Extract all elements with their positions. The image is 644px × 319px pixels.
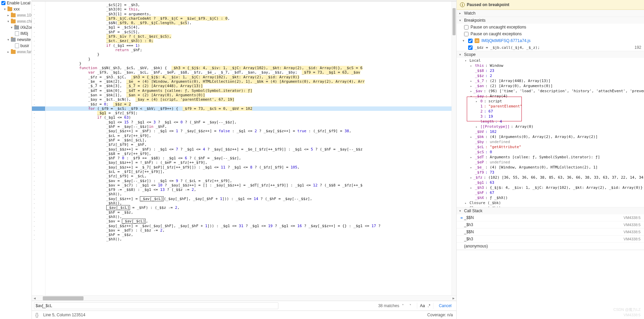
breakpoint-gutter-row[interactable]: - bbox=[33, 187, 36, 192]
breakpoint-gutter-row[interactable]: - bbox=[33, 12, 36, 16]
scope-variable-row[interactable]: ▸_$h3: {_$j$: 4, _$iv: 1, _$jC: Array(10… bbox=[457, 185, 644, 190]
code-editor[interactable]: ----------------------------------------… bbox=[32, 1, 456, 295]
breakpoint-gutter-row[interactable]: - bbox=[33, 48, 36, 52]
scope-header[interactable]: ▾Scope bbox=[457, 51, 644, 58]
horizontal-scrollbar[interactable]: ◀ ▶ bbox=[32, 295, 456, 301]
breakpoint-gutter-row[interactable]: - bbox=[33, 16, 36, 21]
breakpoint-gutter-row[interactable]: - bbox=[33, 156, 36, 160]
scope-variable-row[interactable]: _$f9: 73 bbox=[457, 170, 644, 175]
breakpoint-gutter-row[interactable]: - bbox=[33, 174, 36, 178]
breakpoint-file-row[interactable]: ▾JSIM0jQktM6FSQ.6771a74.js bbox=[457, 37, 644, 44]
breakpoint-gutter-row[interactable]: - bbox=[33, 102, 36, 106]
scope-variable-row[interactable]: _$eP: undefined bbox=[457, 160, 644, 165]
breakpoint-gutter-row[interactable]: - bbox=[33, 111, 36, 115]
callstack-frame[interactable]: _$$NVM4338:5 bbox=[457, 228, 644, 236]
breakpoint-gutter-row[interactable]: - bbox=[33, 115, 36, 120]
scope-variable-row[interactable]: _$hX: ƒ _$hX() bbox=[457, 195, 644, 200]
scope-variable-row[interactable]: _$$8: 23 bbox=[457, 68, 644, 73]
scroll-thumb[interactable] bbox=[453, 8, 456, 35]
breakpoint-gutter-row[interactable]: - bbox=[33, 160, 36, 165]
breakpoint-gutter-row[interactable]: - bbox=[33, 124, 36, 129]
scope-variable-row[interactable]: length: 4 bbox=[457, 119, 644, 124]
breakpoint-gutter-row[interactable]: - bbox=[33, 43, 36, 48]
braces-icon[interactable]: {} bbox=[35, 312, 38, 318]
breakpoint-gutter-row[interactable]: - bbox=[33, 170, 36, 174]
breakpoint-gutter-row[interactable]: - bbox=[33, 210, 36, 215]
breakpoint-gutter-row[interactable]: - bbox=[33, 88, 36, 93]
tree-item[interactable]: ▸www.100 bbox=[0, 12, 32, 18]
breakpoint-gutter-row[interactable]: - bbox=[33, 61, 36, 66]
scope-variable-row[interactable]: ▸_$e_: (4) [Window, Arguments(0), HTMLCo… bbox=[457, 165, 644, 170]
watch-header[interactable]: ▸Watch bbox=[457, 10, 644, 17]
breakpoint-gutter-row[interactable]: - bbox=[33, 57, 36, 61]
breakpoint-gutter-row[interactable]: - bbox=[33, 34, 36, 39]
breakpoint-gutter-row[interactable]: - bbox=[33, 75, 36, 79]
scope-variable-row[interactable]: ▸[[Prototype]]: Array(0) bbox=[457, 124, 644, 129]
scope-variable-row[interactable]: ▸0: script bbox=[457, 99, 644, 104]
scroll-right-arrow[interactable]: ▶ bbox=[451, 296, 456, 301]
regex-toggle[interactable]: .* bbox=[428, 303, 430, 308]
find-next-icon[interactable]: ˅ bbox=[409, 304, 414, 308]
scroll-thumb-h[interactable] bbox=[43, 296, 84, 300]
breakpoint-gutter-row[interactable]: - bbox=[33, 215, 36, 219]
scope-variable-row[interactable]: 3: 19 bbox=[457, 114, 644, 119]
breakpoint-gutter-row[interactable]: - bbox=[33, 152, 36, 156]
enable-local-row[interactable]: Enable Local bbox=[0, 0, 32, 6]
scope-variable-row[interactable]: ▸_$an: (2) [Array(0), Arguments(0)] bbox=[457, 83, 644, 88]
find-prev-icon[interactable]: ˄ bbox=[402, 304, 407, 308]
breakpoint-gutter-row[interactable]: - bbox=[33, 142, 36, 147]
tree-item[interactable]: ▾www.chir bbox=[0, 18, 32, 24]
breakpoint-gutter-row[interactable]: - bbox=[33, 70, 36, 75]
scope-variable-row[interactable]: ▾_$ay: Array(4) bbox=[457, 94, 644, 99]
tree-item[interactable]: busir bbox=[0, 43, 32, 49]
bp-file-checkbox[interactable] bbox=[468, 39, 473, 43]
breakpoint-gutter-row[interactable]: - bbox=[33, 165, 36, 170]
breakpoint-gutter-row[interactable]: - bbox=[33, 134, 36, 138]
scope-variable-row[interactable]: _$bV: 102 bbox=[457, 129, 644, 134]
breakpoint-gutter-row[interactable]: - bbox=[33, 30, 36, 34]
breakpoint-gutter-row[interactable]: - bbox=[33, 129, 36, 133]
tree-item[interactable]: ▾newsite bbox=[0, 37, 32, 43]
breakpoint-gutter-row[interactable]: - bbox=[33, 39, 36, 43]
breakpoint-gutter-row[interactable]: - bbox=[33, 201, 36, 205]
breakpoints-header[interactable]: ▾Breakpoints bbox=[457, 17, 644, 24]
tree-item[interactable]: ▾xxx bbox=[0, 6, 32, 12]
scope-variable-row[interactable]: _$cS: 0 bbox=[457, 149, 644, 155]
scope-local-row[interactable]: ▾Local bbox=[457, 58, 644, 63]
scope-variable-row[interactable]: ▸_$bk: (4) [Arguments(0), Array(2), Arra… bbox=[457, 134, 644, 139]
find-input[interactable] bbox=[34, 302, 278, 309]
breakpoint-gutter-row[interactable]: - bbox=[33, 97, 36, 102]
tree-item[interactable]: ▾iXkZon bbox=[0, 24, 32, 31]
scope-closure-row[interactable]: ▸Closure (_$bk) bbox=[457, 200, 644, 205]
breakpoint-gutter-row[interactable]: - bbox=[33, 233, 36, 237]
breakpoint-gutter-row[interactable]: - bbox=[33, 52, 36, 57]
callstack-frame[interactable]: _$h3VM4338:5 bbox=[457, 236, 644, 243]
breakpoint-gutter-row[interactable]: - bbox=[33, 147, 36, 152]
breakpoint-gutter-row[interactable]: - bbox=[33, 21, 36, 25]
scope-variable-row[interactable]: _$cL: "getAttribute" bbox=[457, 144, 644, 149]
callstack-frame[interactable]: _$h3VM4338:5 bbox=[457, 221, 644, 228]
breakpoint-gutter-row[interactable]: - bbox=[33, 179, 36, 183]
tree-item[interactable]: ▸www.fanc bbox=[0, 49, 32, 55]
pause-uncaught-row[interactable]: Pause on uncaught exceptions bbox=[457, 24, 644, 31]
scope-variable-row[interactable]: ▸_$fz: (102) [36, 55, 36, 66, 38, 85, 63… bbox=[457, 175, 644, 180]
scope-variable-row[interactable]: 1: "parentElement" bbox=[457, 104, 644, 109]
callstack-header[interactable]: ▾Call Stack bbox=[457, 207, 644, 214]
breakpoint-gutter-row[interactable]: - bbox=[33, 138, 36, 142]
breakpoint-gutter-row[interactable]: - bbox=[33, 228, 36, 233]
breakpoint-gutter-row[interactable]: - bbox=[33, 237, 36, 241]
enable-local-checkbox[interactable] bbox=[1, 1, 5, 5]
breakpoint-line-row[interactable]: _$dz = _$jb.call(_$j4, _$_z);192 bbox=[457, 44, 644, 51]
breakpoint-gutter-row[interactable]: - bbox=[33, 120, 36, 124]
pause-uncaught-checkbox[interactable] bbox=[464, 25, 468, 29]
breakpoint-gutter-row[interactable]: - bbox=[33, 93, 36, 97]
breakpoint-gutter-row[interactable]: - bbox=[33, 3, 36, 7]
scope-closure-row[interactable]: ▸Closure (_$bt) bbox=[457, 205, 644, 207]
breakpoint-gutter-row[interactable]: - bbox=[33, 66, 36, 70]
scope-variable-row[interactable]: ▸_$dT: Arguments [callee: ƒ, Symbol(Symb… bbox=[457, 155, 644, 160]
case-sensitive-toggle[interactable]: Aa bbox=[420, 303, 425, 308]
find-cancel-button[interactable]: Cancel bbox=[436, 303, 454, 309]
pause-caught-row[interactable]: Pause on caught exceptions bbox=[457, 31, 644, 37]
breakpoint-gutter-row[interactable]: - bbox=[33, 224, 36, 228]
callstack-frame[interactable]: ➜_$$NVM4338:5 bbox=[457, 214, 644, 221]
